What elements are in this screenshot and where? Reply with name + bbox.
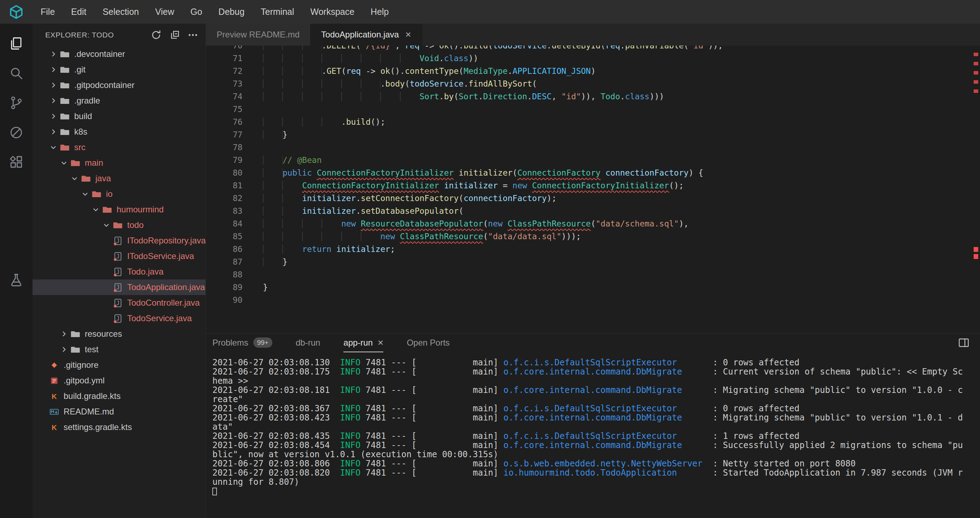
- tree-item-gitignore[interactable]: .gitignore: [32, 357, 205, 373]
- svg-text:J: J: [116, 269, 119, 275]
- editor-tab-bar: Preview README.mdTodoApplication.java×: [206, 24, 980, 46]
- tree-item-todo[interactable]: todo: [32, 217, 205, 233]
- tree-item-gradle[interactable]: .gradle: [32, 93, 205, 108]
- search-icon[interactable]: [0, 58, 32, 88]
- tree-item-humourmind[interactable]: humourmind: [32, 202, 205, 217]
- menu-bar: FileEditSelectionViewGoDebugTerminalWork…: [0, 0, 980, 24]
- folder-icon: [102, 205, 113, 215]
- tree-item-build-gradle-kts[interactable]: Kbuild.gradle.kts: [32, 388, 205, 404]
- line-number: 90: [206, 293, 242, 306]
- folder-icon: [71, 345, 81, 354]
- code-text: .body(todoService.findAllBySort(: [242, 77, 537, 90]
- terminal-line: 2021-06-27 02:03:08.130 INFO 7481 --- [ …: [212, 358, 980, 367]
- folder-icon: [60, 81, 71, 90]
- panel-tab-open-ports[interactable]: Open Ports: [407, 333, 449, 352]
- tree-item-itodorepository-java[interactable]: JITodoRepository.java: [32, 233, 205, 249]
- code-line: 75: [206, 103, 980, 116]
- folder-icon: [60, 96, 71, 106]
- tree-item-git[interactable]: .git: [32, 62, 205, 77]
- tree-item-k8s[interactable]: k8s: [32, 124, 205, 140]
- tree-item-java[interactable]: java: [32, 171, 205, 186]
- tree-item-build[interactable]: build: [32, 108, 205, 124]
- tree-item-label: ITodoRepository.java: [127, 236, 205, 245]
- panel-tab-problems[interactable]: Problems99+: [212, 333, 272, 352]
- chevron-down-icon: [81, 190, 91, 198]
- gitpod-logo[interactable]: [0, 0, 32, 24]
- terminal-line: unning for 8.807): [212, 477, 980, 486]
- panel-tab-db-run[interactable]: db-run: [296, 333, 320, 352]
- code-line: 70 .DELETE("/{id}", req -> ok().build(to…: [206, 46, 980, 52]
- menu-item-selection[interactable]: Selection: [94, 0, 147, 24]
- code-line: 79 // @Bean: [206, 154, 980, 166]
- terminal-output[interactable]: 2021-06-27 02:03:08.130 INFO 7481 --- [ …: [206, 352, 980, 518]
- menu-item-go[interactable]: Go: [182, 0, 210, 24]
- test-flask-icon[interactable]: [0, 265, 32, 295]
- java-icon: J: [113, 267, 124, 277]
- tree-item-main[interactable]: main: [32, 155, 205, 171]
- tree-item-src[interactable]: src: [32, 140, 205, 155]
- code-line: 84 new ResourceDatabasePopulator(new Cla…: [206, 217, 980, 230]
- panel-tab-label: db-run: [296, 338, 320, 348]
- menu-item-workspace[interactable]: Workspace: [302, 0, 363, 24]
- tree-item-resources[interactable]: resources: [32, 326, 205, 342]
- menu-item-file[interactable]: File: [32, 0, 63, 24]
- tab-todoapplication-java[interactable]: TodoApplication.java×: [310, 24, 422, 46]
- chevron-right-icon: [49, 66, 59, 73]
- source-control-icon[interactable]: [0, 88, 32, 118]
- more-icon[interactable]: [187, 29, 199, 41]
- explorer-icon[interactable]: [0, 29, 32, 58]
- tab-preview-readme-md[interactable]: Preview README.md: [206, 24, 310, 46]
- code-text: [242, 103, 263, 116]
- menu-item-help[interactable]: Help: [363, 0, 397, 24]
- tree-item-settings-gradle-kts[interactable]: Ksettings.gradle.kts: [32, 419, 205, 435]
- terminal-line: 2021-06-27 02:03:08.806 INFO 7481 --- [ …: [212, 459, 980, 468]
- line-number: 73: [206, 77, 242, 90]
- tree-item-gitpodcontainer[interactable]: .gitpodcontainer: [32, 77, 205, 93]
- code-line: 83 initializer.setDatabasePopulator(: [206, 205, 980, 217]
- extensions-icon[interactable]: [0, 147, 32, 177]
- line-number: 89: [206, 281, 242, 293]
- menu-item-terminal[interactable]: Terminal: [253, 0, 302, 24]
- menu-item-edit[interactable]: Edit: [63, 0, 94, 24]
- debug-icon[interactable]: [0, 118, 32, 147]
- line-number: 71: [206, 52, 242, 65]
- menu-item-debug[interactable]: Debug: [210, 0, 253, 24]
- tree-item-todo-java[interactable]: JTodo.java: [32, 264, 205, 279]
- tree-item-todoapplication-java[interactable]: JTodoApplication.java: [32, 279, 205, 295]
- panel-tab-label: Open Ports: [407, 338, 449, 348]
- tree-item-devcontainer[interactable]: .devcontainer: [32, 46, 205, 62]
- overview-ruler-mark: [974, 247, 978, 252]
- tree-item-label: .gitignore: [64, 360, 99, 370]
- workbench: EXPLORER: TODO .devcontainer.git.gitpodc…: [0, 24, 980, 518]
- code-text: new ResourceDatabasePopulator(new ClassP…: [242, 217, 689, 230]
- chevron-down-icon: [71, 175, 80, 182]
- chevron-right-icon: [49, 81, 59, 89]
- tree-item-itodoservice-java[interactable]: JITodoService.java: [32, 249, 205, 264]
- tree-item-io[interactable]: io: [32, 186, 205, 202]
- collapse-all-icon[interactable]: [169, 29, 180, 41]
- code-text: // @Bean: [242, 154, 321, 166]
- close-icon[interactable]: ×: [378, 338, 383, 348]
- tree-item-label: .gitpodcontainer: [74, 80, 135, 90]
- tree-item-label: .gitpod.yml: [64, 376, 105, 386]
- overview-ruler-mark: [974, 254, 978, 259]
- line-number: 72: [206, 65, 242, 77]
- panel-tab-bar: Problems99+db-runapp-run×Open Ports: [206, 333, 980, 352]
- tree-item-readme-md[interactable]: README.md: [32, 404, 205, 419]
- tree-item-gitpod-yml[interactable]: .gitpod.yml: [32, 373, 205, 388]
- overview-ruler-mark: [974, 89, 978, 93]
- code-editor[interactable]: 70 .DELETE("/{id}", req -> ok().build(to…: [206, 46, 980, 333]
- refresh-icon[interactable]: [151, 29, 162, 41]
- tree-item-todocontroller-java[interactable]: JTodoController.java: [32, 295, 205, 311]
- menu-item-view[interactable]: View: [147, 0, 182, 24]
- tree-item-test[interactable]: test: [32, 342, 205, 357]
- terminal-line: 2021-06-27 02:03:08.181 INFO 7481 --- [ …: [212, 386, 980, 395]
- tree-item-todoservice-java[interactable]: JTodoService.java: [32, 311, 205, 326]
- code-text: initializer.setDatabasePopulator(: [242, 205, 463, 217]
- tree-item-label: .devcontainer: [74, 49, 125, 59]
- panel-layout-icon[interactable]: [958, 337, 969, 348]
- close-icon[interactable]: ×: [405, 30, 411, 40]
- panel-tab-app-run[interactable]: app-run×: [344, 333, 383, 352]
- code-line: 78: [206, 141, 980, 154]
- code-line: 88: [206, 268, 980, 281]
